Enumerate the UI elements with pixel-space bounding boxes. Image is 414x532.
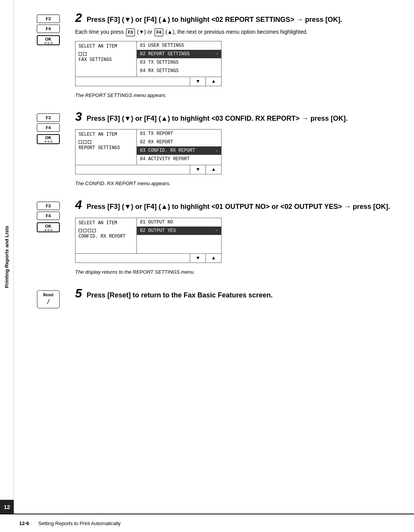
step-4-squares	[79, 229, 133, 232]
step-3-number: 3	[75, 110, 82, 123]
step-2-lcd: SELECT AN ITEM FAX SETTINGS 01 USER SETT…	[75, 41, 222, 86]
step-4-ok-dot-3	[51, 229, 53, 231]
sq1	[79, 52, 82, 56]
step-4-sq2	[83, 229, 87, 232]
sq2	[83, 52, 87, 56]
step-3-heading: Press [F3] (▼) or [F4] (▲) to highlight …	[87, 115, 348, 122]
step-4-left-sub: CONFID. RX REPORT	[79, 234, 133, 239]
step-3-sq2	[83, 140, 87, 144]
f3-inline-icon: F3	[126, 28, 135, 36]
step-4-lcd-left: SELECT AN ITEM CONFID. RX REPORT	[76, 218, 137, 253]
step-4-heading-block: 4 Press [F3] (▼) or [F4] (▲) to highligh…	[75, 199, 395, 211]
step-4-section: F3 F4 OK 4 Press [F3] (▼) or [F4] (▲) to…	[33, 199, 395, 274]
step-3-nav-down: ▼	[190, 165, 205, 174]
f4-key: F4	[37, 25, 60, 33]
step-3-section: F3 F4 OK 3 Press [F3] (▼) or [F4] (▲) to…	[33, 110, 395, 186]
step-3-sq3	[88, 140, 91, 144]
main-content: F3 F4 OK 2 Press [F3] (▼) or [F4] (▲) to…	[14, 0, 414, 514]
step-5-heading-block: 5 Press [Reset] to return to the Fax Bas…	[75, 287, 395, 300]
chapter-marker: 12	[0, 500, 14, 514]
step-4-nav-down: ▼	[190, 254, 205, 263]
step-2-content: 2 Press [F3] (▼) or [F4] (▲) to highligh…	[75, 11, 395, 98]
step-3-heading-block: 3 Press [F3] (▼) or [F4] (▲) to highligh…	[75, 110, 395, 123]
step-3-menu-item-4: 04 ACTIVITY REPORT	[137, 155, 221, 163]
ok-dot-3	[51, 42, 53, 44]
step-2-number: 2	[75, 11, 82, 25]
step-3-ok-key: OK	[37, 134, 60, 144]
step-2-left-sub: FAX SETTINGS	[79, 57, 133, 62]
step-3-f4-key: F4	[37, 123, 60, 132]
footer-page: 12-6	[19, 521, 29, 526]
step-2-menu-item-4: 04 RX SETTINGS	[137, 67, 221, 75]
step-4-menu-item-3	[137, 235, 221, 243]
step-4-ok-key: OK	[37, 222, 60, 232]
step-5-section: Reset / 5 Press [Reset] to return to the…	[33, 287, 395, 309]
ok-dot-1	[44, 42, 46, 44]
step-3-nav-up: ▲	[205, 165, 221, 174]
step-3-left-title: SELECT AN ITEM	[79, 132, 133, 137]
step-3-squares	[79, 140, 133, 144]
step-4-sq1	[79, 229, 82, 232]
step-3-left-sub: REPORT SETTINGS	[79, 145, 133, 151]
reset-key: Reset /	[37, 290, 60, 309]
step-3-lcd-right: 01 TX REPORT 02 RX REPORT 03 CONFID. RX …	[137, 130, 221, 165]
step-5-number: 5	[75, 286, 82, 300]
step-3-ok-dot-1	[44, 141, 46, 143]
step-2-menu-item-3: 03 TX SETTINGS	[137, 58, 221, 67]
step-4-lcd-right: 01 OUTPUT NO 02 OUTPUT YES ←	[137, 218, 221, 253]
step-2-nav-row: ▼ ▲	[76, 77, 221, 86]
step-2-lcd-left: SELECT AN ITEM FAX SETTINGS	[76, 41, 137, 77]
step-4-left-title: SELECT AN ITEM	[79, 220, 133, 226]
step-3-lcd: SELECT AN ITEM REPORT SETTINGS 01 TX REP…	[75, 129, 222, 174]
step-2-nav-up: ▲	[205, 77, 221, 86]
step-3-ok-dot-2	[48, 141, 49, 143]
step-4-lcd: SELECT AN ITEM CONFID. RX REPORT 01 OUTP…	[75, 218, 222, 263]
step-4-heading: Press [F3] (▼) or [F4] (▲) to highlight …	[87, 203, 390, 210]
footer-text: Setting Reports to Print Automatically	[38, 521, 121, 526]
step-4-nav-up: ▲	[205, 254, 221, 263]
step-2-desc: Each time you press F3 (▼) or F4 (▲), th…	[75, 28, 395, 36]
reset-icon: /	[47, 298, 49, 306]
step-4-sq3	[88, 229, 91, 232]
step-2-section: F3 F4 OK 2 Press [F3] (▼) or [F4] (▲) to…	[33, 11, 395, 98]
step-2-menu-item-2: 02 REPORT SETTINGS ←	[137, 50, 221, 58]
step-2-after-text: The REPORT SETTINGS menu appears.	[75, 92, 395, 98]
step-2-nav-down: ▼	[190, 77, 205, 86]
step-3-ok-dot-3	[51, 141, 53, 143]
step-4-buttons: F3 F4 OK	[33, 202, 64, 232]
step-4-f3-key: F3	[37, 202, 60, 210]
step-2-lcd-right: 01 USER SETTINGS 02 REPORT SETTINGS ← 03…	[137, 41, 221, 77]
step-3-lcd-row: SELECT AN ITEM REPORT SETTINGS 01 TX REP…	[76, 130, 221, 165]
sidebar-label: Printing Reports and Lists	[4, 226, 10, 288]
step-5-buttons: Reset /	[33, 290, 64, 309]
step-2-heading-block: 2 Press [F3] (▼) or [F4] (▲) to highligh…	[75, 11, 395, 24]
ok-key: OK	[37, 35, 60, 45]
step-4-menu-item-2: 02 OUTPUT YES ←	[137, 227, 221, 235]
step-5-heading: Press [Reset] to return to the Fax Basic…	[87, 291, 273, 299]
step-3-menu-item-3: 03 CONFID. RX REPORT ←	[137, 146, 221, 155]
step-2-squares	[79, 52, 133, 56]
step-2-left-title: SELECT AN ITEM	[79, 44, 133, 49]
step-3-lcd-left: SELECT AN ITEM REPORT SETTINGS	[76, 130, 137, 165]
step-2-menu-item-1: 01 USER SETTINGS	[137, 41, 221, 50]
step-4-menu-item-1: 01 OUTPUT NO	[137, 218, 221, 227]
step-3-content: 3 Press [F3] (▼) or [F4] (▲) to highligh…	[75, 110, 395, 186]
ok-dot-2	[48, 42, 49, 44]
step-3-nav-row: ▼ ▲	[76, 165, 221, 174]
step-4-nav-row: ▼ ▲	[76, 253, 221, 263]
step-3-f3-key: F3	[37, 113, 60, 122]
step-4-number: 4	[75, 198, 82, 212]
sidebar: Printing Reports and Lists	[0, 0, 14, 514]
step-3-buttons: F3 F4 OK	[33, 113, 64, 144]
step-3-after-text: The CONFID. RX REPORT menu appears.	[75, 181, 395, 186]
step-4-menu-item-4	[137, 243, 221, 252]
step-3-menu-item-1: 01 TX REPORT	[137, 130, 221, 138]
step-4-sq4	[92, 229, 96, 232]
chapter-number: 12	[4, 504, 10, 510]
step-2-lcd-row: SELECT AN ITEM FAX SETTINGS 01 USER SETT…	[76, 41, 221, 77]
step-4-f4-key: F4	[37, 212, 60, 220]
step-4-lcd-row: SELECT AN ITEM CONFID. RX REPORT 01 OUTP…	[76, 218, 221, 253]
step-4-ok-dot-1	[44, 229, 46, 231]
step-4-content: 4 Press [F3] (▼) or [F4] (▲) to highligh…	[75, 199, 395, 274]
f3-key: F3	[37, 15, 60, 23]
